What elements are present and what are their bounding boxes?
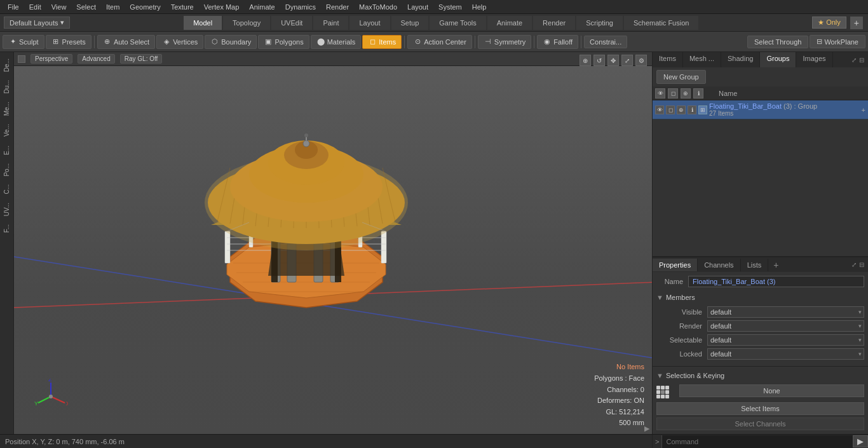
- menu-system[interactable]: System: [433, 2, 467, 12]
- viewport-ctrl-rotate[interactable]: ↺: [593, 55, 605, 66]
- viewport-canvas[interactable]: No Items Polygons : Face Channels: 0 Def…: [14, 66, 652, 434]
- menu-layout[interactable]: Layout: [402, 2, 433, 12]
- falloff-button[interactable]: ◉ Falloff: [537, 35, 578, 49]
- name-field-input[interactable]: [688, 276, 864, 287]
- menu-edit[interactable]: Edit: [24, 2, 46, 12]
- tab-schematic-fusion[interactable]: Schematic Fusion: [624, 16, 698, 30]
- group-lock-icon[interactable]: ⊕: [677, 105, 686, 114]
- viewport-ctrl-settings[interactable]: ⚙: [635, 55, 647, 66]
- star-only-btn[interactable]: ★ Only: [812, 17, 846, 29]
- group-vis-icon[interactable]: 👁: [655, 105, 664, 114]
- presets-button[interactable]: ⊞ Presets: [46, 35, 92, 49]
- sidebar-item-vertex[interactable]: Ve...: [2, 120, 11, 140]
- panel-tab-mesh[interactable]: Mesh ...: [683, 52, 721, 67]
- viewport-type-button[interactable]: Perspective: [31, 54, 72, 64]
- viewport-raygl-button[interactable]: Ray GL: Off: [120, 54, 163, 64]
- tab-uvedit[interactable]: UVEdit: [271, 16, 312, 30]
- panel-tab-images[interactable]: Images: [796, 52, 832, 67]
- toolbar: ✦ Sculpt ⊞ Presets ⊕ Auto Select ◈ Verti…: [0, 32, 868, 52]
- list-header-eye-icon[interactable]: 👁: [655, 88, 665, 98]
- sidebar-item-duplicate[interactable]: Du...: [2, 76, 11, 97]
- sidebar-item-polygon[interactable]: Po...: [2, 160, 11, 180]
- group-list-item[interactable]: 👁 ◻ ⊕ ℹ ⊞ Floating_Tiki_Bar_Boat (3) : G…: [653, 100, 868, 119]
- members-section-header[interactable]: ▼ Members: [656, 291, 864, 304]
- tab-layout[interactable]: Layout: [349, 16, 390, 30]
- menu-help[interactable]: Help: [467, 2, 492, 12]
- menu-select[interactable]: Select: [71, 2, 101, 12]
- menu-dynamics[interactable]: Dynamics: [280, 2, 321, 12]
- menu-maxtomodo[interactable]: MaxToModo: [354, 2, 402, 12]
- tab-paint[interactable]: Paint: [313, 16, 348, 30]
- render-select[interactable]: default: [707, 320, 864, 332]
- menu-vertex-map[interactable]: Vertex Map: [199, 2, 245, 12]
- sidebar-item-curve[interactable]: C...: [2, 180, 11, 198]
- vertices-button[interactable]: ◈ Vertices: [156, 35, 203, 49]
- props-tab-lists[interactable]: Lists: [741, 259, 769, 271]
- command-input[interactable]: [661, 435, 853, 448]
- tab-topology[interactable]: Topology: [223, 16, 270, 30]
- visible-select[interactable]: default: [707, 306, 864, 318]
- sel-keying-header[interactable]: ▼ Selection & Keying: [656, 370, 864, 381]
- panel-collapse-icon[interactable]: ⊟: [859, 57, 864, 64]
- action-center-button[interactable]: ⊙ Action Center: [407, 35, 472, 49]
- list-header-lock-icon[interactable]: ⊕: [681, 88, 691, 98]
- sidebar-item-uv[interactable]: UV...: [2, 199, 11, 220]
- panel-expand-icon[interactable]: ⤢: [851, 57, 857, 64]
- group-info-icon[interactable]: ℹ: [688, 105, 696, 114]
- select-items-button[interactable]: Select Items: [656, 402, 864, 415]
- viewport-ctrl-zoom[interactable]: ⤢: [621, 55, 633, 66]
- panel-tab-items[interactable]: Items: [653, 52, 683, 67]
- sidebar-item-fur[interactable]: F...: [2, 221, 11, 236]
- tab-render[interactable]: Render: [533, 16, 575, 30]
- tab-model[interactable]: Model: [184, 16, 222, 30]
- group-expand-icon[interactable]: +: [862, 106, 865, 114]
- sculpt-button[interactable]: ✦ Sculpt: [3, 35, 44, 49]
- scroll-right-indicator[interactable]: ▶: [642, 423, 652, 434]
- boundary-button[interactable]: ⬡ Boundary: [205, 35, 257, 49]
- viewport-ctrl-pan[interactable]: ✥: [607, 55, 619, 66]
- props-tab-properties[interactable]: Properties: [653, 259, 698, 271]
- menu-item[interactable]: Item: [101, 2, 125, 12]
- list-header-render-icon[interactable]: ◻: [668, 88, 678, 98]
- sidebar-item-edge[interactable]: E...: [2, 142, 11, 159]
- nav-cube[interactable]: X Y Z: [33, 379, 68, 415]
- tab-setup[interactable]: Setup: [391, 16, 429, 30]
- workplane-button[interactable]: ⊟ WorkPlane: [810, 35, 865, 48]
- menu-view[interactable]: View: [46, 2, 72, 12]
- menu-geometry[interactable]: Geometry: [125, 2, 165, 12]
- viewport-lock-icon[interactable]: [18, 55, 25, 63]
- none-button[interactable]: None: [679, 384, 864, 397]
- props-expand-icon[interactable]: ⤢: [851, 261, 857, 268]
- locked-select[interactable]: default: [707, 348, 864, 360]
- selectable-select[interactable]: default: [707, 334, 864, 346]
- panel-tab-groups[interactable]: Groups: [760, 52, 796, 67]
- auto-select-button[interactable]: ⊕ Auto Select: [97, 35, 155, 49]
- command-run-button[interactable]: ▶: [853, 435, 868, 447]
- sidebar-item-mesh[interactable]: Me...: [2, 98, 11, 119]
- menu-animate[interactable]: Animate: [244, 2, 280, 12]
- menu-render[interactable]: Render: [321, 2, 354, 12]
- select-through-button[interactable]: Select Through: [747, 36, 808, 48]
- constraints-button[interactable]: Constrai...: [584, 36, 627, 48]
- add-layout-button[interactable]: +: [850, 17, 863, 29]
- tab-animate[interactable]: Animate: [487, 16, 532, 30]
- props-collapse-icon[interactable]: ⊟: [859, 261, 864, 268]
- layouts-dropdown[interactable]: Default Layouts ▾: [4, 17, 70, 29]
- menu-texture[interactable]: Texture: [166, 2, 199, 12]
- group-render-icon[interactable]: ◻: [666, 105, 675, 114]
- tab-game-tools[interactable]: Game Tools: [430, 16, 486, 30]
- materials-button[interactable]: ⬤ Materials: [311, 35, 362, 49]
- viewport-ctrl-look[interactable]: ⊕: [580, 55, 591, 66]
- new-group-button[interactable]: New Group: [656, 70, 706, 84]
- tab-scripting[interactable]: Scripting: [576, 16, 623, 30]
- panel-tab-shading[interactable]: Shading: [721, 52, 760, 67]
- props-tab-add-button[interactable]: +: [768, 259, 783, 271]
- items-button[interactable]: ◻ Items: [362, 35, 402, 49]
- menu-file[interactable]: File: [3, 2, 24, 12]
- viewport-lighting-button[interactable]: Advanced: [78, 54, 114, 64]
- polygons-button[interactable]: ▣ Polygons: [258, 35, 309, 49]
- list-header-info-icon[interactable]: ℹ: [693, 88, 703, 98]
- props-tab-channels[interactable]: Channels: [698, 259, 740, 271]
- symmetry-button[interactable]: ⊣ Symmetry: [478, 35, 532, 49]
- sidebar-item-deformers[interactable]: De...: [2, 55, 11, 76]
